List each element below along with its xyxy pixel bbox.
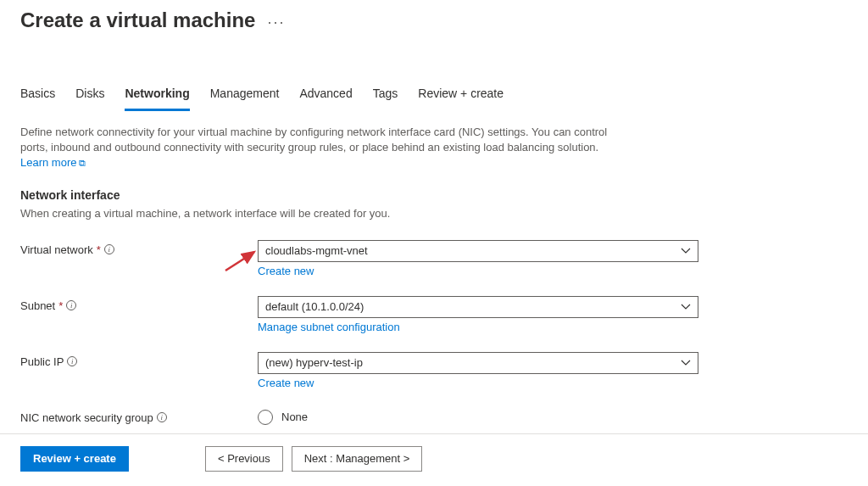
tab-management[interactable]: Management (210, 81, 280, 111)
select-subnet-value: default (10.1.0.0/24) (265, 300, 364, 313)
description-text: Define network connectivity for your vir… (20, 126, 607, 154)
tabs-bar: Basics Disks Networking Management Advan… (20, 81, 848, 111)
tab-basics[interactable]: Basics (20, 81, 55, 111)
tab-disks[interactable]: Disks (75, 81, 104, 111)
radio-option-none[interactable]: None (258, 408, 698, 425)
tab-review-create[interactable]: Review + create (418, 81, 504, 111)
label-subnet-text: Subnet (20, 299, 55, 312)
page-header: Create a virtual machine ... (20, 0, 848, 36)
row-subnet: Subnet * i default (10.1.0.0/24) Manage … (20, 296, 848, 333)
label-nsg-text: NIC network security group (20, 411, 153, 424)
select-subnet[interactable]: default (10.1.0.0/24) (258, 296, 698, 318)
chevron-down-icon (681, 302, 691, 312)
row-public-ip: Public IP i (new) hyperv-test-ip Create … (20, 352, 848, 389)
link-manage-subnet[interactable]: Manage subnet configuration (258, 321, 400, 333)
previous-button[interactable]: < Previous (205, 446, 283, 472)
learn-more-text: Learn more (20, 156, 76, 169)
tab-networking[interactable]: Networking (125, 81, 189, 111)
label-subnet: Subnet * i (20, 296, 258, 312)
required-indicator: * (58, 299, 63, 312)
tab-description: Define network connectivity for your vir… (20, 125, 631, 171)
tab-tags[interactable]: Tags (373, 81, 398, 111)
select-publicip-value: (new) hyperv-test-ip (265, 356, 363, 369)
radio-icon (258, 410, 273, 425)
label-public-ip: Public IP i (20, 352, 258, 368)
tab-advanced[interactable]: Advanced (299, 81, 352, 111)
info-icon[interactable]: i (104, 244, 114, 254)
next-button[interactable]: Next : Management > (292, 446, 423, 472)
external-link-icon: ⧉ (79, 158, 86, 168)
more-actions-icon[interactable]: ... (267, 10, 285, 31)
select-vnet-value: cloudlabs-mgmt-vnet (265, 244, 368, 257)
label-vnet-text: Virtual network (20, 243, 93, 256)
wizard-footer: Review + create < Previous Next : Manage… (0, 433, 868, 483)
review-create-button[interactable]: Review + create (20, 446, 129, 472)
label-nsg: NIC network security group i (20, 408, 258, 424)
select-public-ip[interactable]: (new) hyperv-test-ip (258, 352, 698, 374)
learn-more-link[interactable]: Learn more⧉ (20, 156, 86, 169)
chevron-down-icon (681, 358, 691, 368)
required-indicator: * (97, 243, 101, 256)
section-desc: When creating a virtual machine, a netwo… (20, 207, 848, 220)
label-publicip-text: Public IP (20, 355, 64, 368)
radio-label-none: None (281, 411, 308, 423)
info-icon[interactable]: i (66, 300, 76, 310)
row-virtual-network: Virtual network * i cloudlabs-mgmt-vnet … (20, 240, 848, 277)
select-virtual-network[interactable]: cloudlabs-mgmt-vnet (258, 240, 698, 262)
section-title: Network interface (20, 188, 848, 202)
link-create-new-ip[interactable]: Create new (258, 377, 314, 389)
page-title: Create a virtual machine (20, 8, 255, 32)
row-nsg: NIC network security group i None (20, 408, 848, 425)
chevron-down-icon (681, 246, 691, 256)
link-create-new-vnet[interactable]: Create new (258, 265, 314, 277)
info-icon[interactable]: i (157, 412, 167, 422)
network-interface-form: Virtual network * i cloudlabs-mgmt-vnet … (20, 240, 848, 425)
label-virtual-network: Virtual network * i (20, 240, 258, 256)
info-icon[interactable]: i (67, 356, 77, 366)
